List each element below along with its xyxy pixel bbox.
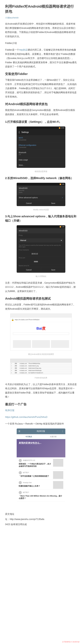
step3-heading: 3.勾上Show advanced options，输入代理服务器地址和端口（关… [5,214,77,223]
banner[interactable]: 肩宽的亚洲女性怎么... [17,439,65,457]
note-text: 注意：代理地址和端口的设置是关键，Genymotion模拟器的IP地址为10.0… [5,281,77,293]
table-row[interactable]: 2200m.baidu.com/static/index/u.png [10,365,72,367]
proxy-dropdown[interactable]: Manual▾ [19,238,63,242]
conclusion-text: 今天的介绍就到此为止了，以上只是Fiddler的基本使用方法，其实还是有点过时的… [5,382,77,399]
caption-3: 输入代理地址 [5,275,77,278]
caption-1: 模拟器设置界面 [5,170,77,173]
table-row[interactable]: 5200m.baidu.com/rec?platform=wise&ms=1 [10,372,72,374]
caption-5: Fiddler抓包结果 [5,377,77,379]
fiddler-intro-heading: Fiddler介绍 [5,41,77,45]
chevron-down-icon: ▾ [61,239,62,241]
table-row[interactable]: 1200m.baidu.com/?from=844b&vit=fps [10,362,72,365]
cancel-button-2[interactable]: Cancel [17,267,41,273]
ethernet-item[interactable]: Ethernet configurationConnected [17,142,65,150]
lock-icon: 🔒 [11,318,14,321]
save-button[interactable]: Save [41,200,65,206]
caption-2: Modify network设置 [5,209,77,211]
browser-mockup: 🔒 Bai度 [10,314,72,350]
ad-heading: 最后打一个广告 [5,402,77,406]
url-input[interactable] [15,319,71,320]
app-desc: 一个采用 RxJava + Retrofit + OkHttp 框架实现的开源软… [5,422,77,426]
port-input[interactable] [17,259,65,264]
list-item[interactable]: 知乎用户「More Than 100 Million Women Are Mis… [17,490,65,502]
back-icon[interactable]: ⟨ [19,131,20,134]
list-item[interactable]: 有趣的经济学小问深夜食堂：一个来自大西北的汉子，多少会做些与手抓肉有关的 [17,457,65,470]
capture-heading: 对Android模拟器网络请求抓包 [5,102,77,106]
caption-4: 通过Android原生浏览器浏览网页 [5,353,77,356]
test-text: 经过以上的设置，Fiddler就可以抓包到Android模拟器的网络请求了。使用… [5,302,77,311]
github-link[interactable]: https://github.com/laucherish/PureZhihuD [5,416,47,418]
app-mockup: ☰纯净日报⋮ 今日热文主题日报 肩宽的亚洲女性怎么... 有趣的经济学小问深夜食… [17,428,65,502]
step1-heading: 1.打开模拟器设置（Settings），点击Wi-Fi, [5,120,77,124]
more-icon[interactable]: ⋮ [62,430,64,432]
settings-mockup: 📶12:54 ⟨Settings Wi-FiWiredSSID Ethernet… [17,126,65,168]
data-usage-item[interactable]: Data usage [17,157,65,162]
article-title: 利用Fiddler对Android模拟器网络请求进行抓包 [5,4,77,14]
tab-hot[interactable]: 今日热文 [17,434,41,439]
intro-text: 在Android的开发调试过程中，特别是针对网络编程的情况，很多时候我们希望能够… [5,22,77,38]
fiddler-intro-text: Fiddler是一个http协议调试代理工具，它能够记录并检查所有你的电脑和互联… [5,48,77,69]
save-button-2[interactable]: Save [41,267,65,273]
list-item[interactable]: 知乎用户「肖申克的救赎？之类的答案就别想了 [17,470,65,480]
install-heading: 安装使用Fiddler [5,72,77,76]
search-box[interactable] [13,332,69,335]
table-row[interactable]: 4200m.baidu.com/static/search/baiduapp [10,370,72,372]
wifi-item[interactable]: Wi-FiWiredSSID [17,135,65,142]
step2-heading: 2.长按WiredSSID，选择Modify network（修改网络） [5,176,77,180]
http-link[interactable]: http协议 [19,48,28,51]
modify-network-mockup: 📶1:01 WiredSSIDSecurityNone Show advance… [17,183,65,206]
test-heading: Android模拟器网络请求抓包测试 [5,296,77,300]
footer: 原文地址 址：http://www.jianshu.com/p/7135afa … [0,508,82,532]
cancel-button[interactable]: Cancel [17,200,41,206]
author-link[interactable]: 小池laucherish [5,16,77,19]
more-item[interactable]: More... [17,162,65,168]
app-name-link[interactable]: 纯净日报 [5,409,14,412]
hostname-input[interactable] [17,251,65,256]
table-row[interactable]: 3200m.baidu.com/static/search/logo.png [10,367,72,370]
baidu-logo: Bai度 [13,326,69,331]
list-item[interactable]: Amartya Sen吃素到底能不能让人长寿？ [17,480,65,490]
menu-icon[interactable]: ☰ [18,430,20,432]
install-text: 下载安装Fiddler的方法这里就略过了，一路Next就行了，安好之后运行软件，… [5,78,77,99]
proxy-mockup: 📶1:04 WiredSSID Proxy Manual▾ The HTTP p… [17,225,65,273]
fiddler-mockup: 1200m.baidu.com/?from=844b&vit=fps 2200m… [10,359,72,374]
tab-theme[interactable]: 主题日报 [41,434,65,439]
capture-text: 我使用的Android模拟器是Genymotion模拟器，使用Android原生… [5,108,77,116]
bluetooth-item[interactable]: BluetoothOff [17,150,65,157]
advanced-checkbox[interactable]: Show advanced options✓ [17,195,65,200]
